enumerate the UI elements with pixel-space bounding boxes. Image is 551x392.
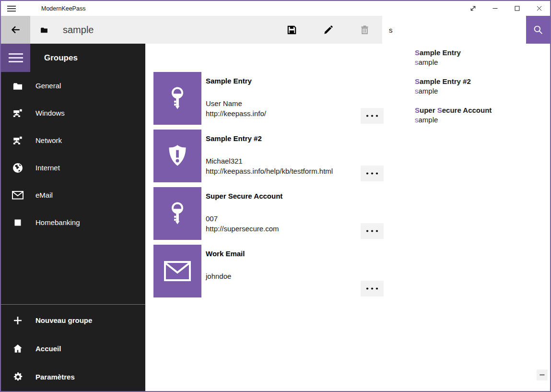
search-box [382,16,526,44]
window-controls [462,1,550,16]
key-icon[interactable] [153,187,201,240]
plus-icon [12,315,24,326]
app-window: ModernKeePass [0,0,551,392]
search-result-item[interactable]: Super Secure Account sample [408,101,550,130]
entry-details: johndoe [206,271,361,281]
body: Groupes General Windows Network Internet… [1,44,550,391]
sidebar-bottom: Nouveau groupe Accueil Paramètres [1,304,145,391]
sidebar-actions: Nouveau groupe Accueil Paramètres [1,306,145,391]
command-bar: sample [1,16,550,44]
search-result-item[interactable]: Sample Entry sample [408,44,550,72]
entry-details: 007http://supersecure.com [206,214,361,234]
search-button[interactable] [526,16,550,44]
zoom-out-button[interactable] [537,369,548,380]
sidebar-hamburger-button[interactable] [1,44,30,72]
sidebar-action-accueil[interactable]: Accueil [1,334,145,363]
sidebar-item-general[interactable]: General [1,72,145,99]
search-result-subtitle: sample [415,58,550,67]
folder-icon [12,81,24,91]
search-input[interactable] [382,16,526,44]
key-icon[interactable] [153,72,201,125]
app-title: ModernKeePass [41,5,85,12]
entry-more-button[interactable] [361,166,384,181]
network-icon [12,135,24,146]
minimize-button[interactable] [484,1,506,16]
gear-icon [12,371,24,382]
search-result-subtitle: sample [415,115,550,125]
entry-more-button[interactable] [361,281,384,297]
entry-title: Sample Entry [206,76,361,86]
sidebar-top: Groupes [1,44,145,72]
search-suggestions: Sample Entry sample Sample Entry #2 samp… [408,44,550,127]
save-button[interactable] [280,18,303,41]
entry-details: Michael321http://keepass.info/help/kb/te… [206,156,361,176]
entry-row[interactable]: Super Secure Account 007http://supersecu… [153,187,384,240]
sidebar-item-windows[interactable]: Windows [1,99,145,127]
groups-heading: Groupes [44,53,78,63]
back-button[interactable] [1,16,30,44]
fullscreen-button[interactable] [462,1,484,16]
entry-row[interactable]: Sample Entry #2 Michael321http://keepass… [153,130,384,182]
search-result-title: Super Secure Account [415,105,550,115]
title-bar: ModernKeePass [1,1,550,16]
group-list: General Windows Network Internet eMail H… [1,72,145,236]
entry-details: User Namehttp://keepass.info/ [206,98,361,119]
search-result-subtitle: sample [415,86,550,96]
search-result-title: Sample Entry [415,48,550,58]
delete-button[interactable] [353,18,376,41]
network-icon [12,108,24,119]
search-result-title: Sample Entry #2 [415,76,550,86]
close-button[interactable] [528,1,550,16]
sidebar-action-nouveau-groupe[interactable]: Nouveau groupe [1,306,145,334]
entry-title: Sample Entry #2 [206,134,361,143]
entry-more-button[interactable] [361,223,384,239]
database-title: sample [63,24,94,36]
square-icon [12,217,24,228]
entry-row[interactable]: Sample Entry User Namehttp://keepass.inf… [153,72,384,125]
shield-icon[interactable] [153,130,201,182]
mail-icon [12,190,24,200]
entry-title: Super Secure Account [206,191,361,201]
sidebar-separator [1,304,145,305]
entry-row[interactable]: Work Email johndoe [153,245,384,297]
globe-icon [12,162,24,174]
sidebar-item-homebanking[interactable]: Homebanking [1,209,145,236]
sidebar: Groupes General Windows Network Internet… [1,44,145,391]
entry-title: Work Email [206,249,361,259]
entry-more-button[interactable] [361,108,384,124]
edit-button[interactable] [317,18,340,41]
search-result-item[interactable]: Sample Entry #2 sample [408,72,550,101]
sidebar-action-paramètres[interactable]: Paramètres [1,363,145,391]
sidebar-item-network[interactable]: Network [1,127,145,154]
titlebar-hamburger-icon[interactable] [1,1,22,16]
toolbar [280,16,376,44]
sidebar-item-email[interactable]: eMail [1,181,145,209]
home-icon [12,343,24,354]
sidebar-item-internet[interactable]: Internet [1,154,145,181]
entry-list: Sample Entry User Namehttp://keepass.inf… [153,72,384,302]
maximize-button[interactable] [506,1,528,16]
mail-icon[interactable] [153,245,201,297]
database-icon [40,26,48,34]
